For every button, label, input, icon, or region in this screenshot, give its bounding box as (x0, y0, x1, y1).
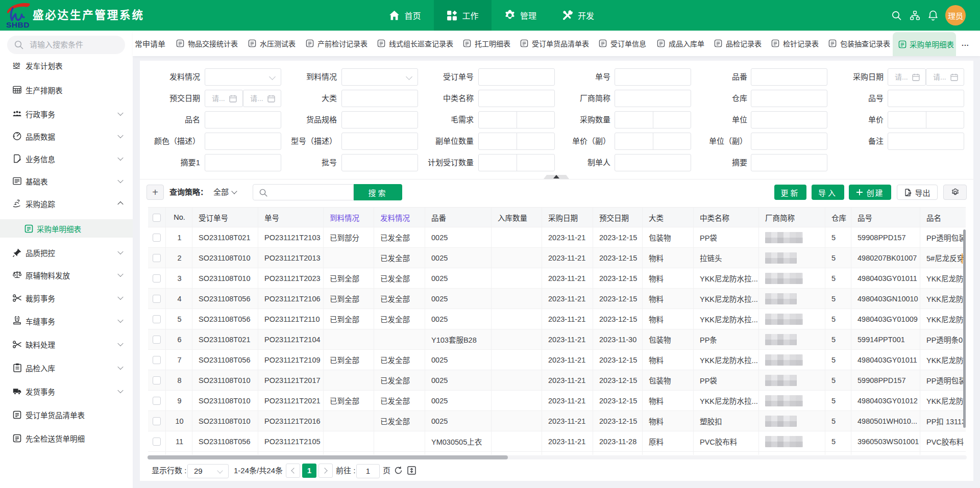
svg-text:100: 100 (13, 62, 20, 67)
svg-text:SHBD: SHBD (6, 20, 30, 29)
